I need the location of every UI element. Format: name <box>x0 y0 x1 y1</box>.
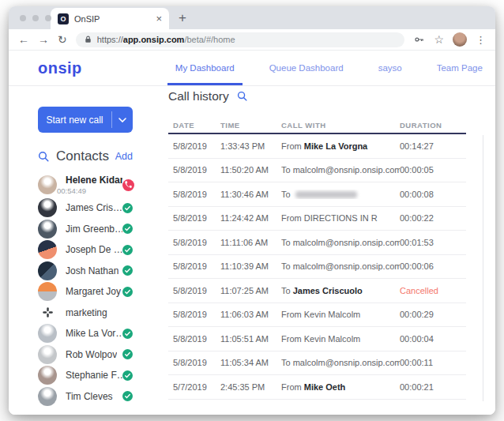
sidebar: Start new call Contacts Add Hel <box>38 86 133 415</box>
available-check-icon <box>122 203 133 213</box>
contact-list-item[interactable]: Josh Nathan <box>38 261 133 282</box>
contact-list-item[interactable]: Helene Kidary00:54:49 <box>38 172 133 197</box>
contact-list-item[interactable]: marketing <box>38 303 133 324</box>
nav-tab-sayso[interactable]: sayso <box>378 63 402 73</box>
call-date: 5/8/2019 <box>173 286 220 295</box>
bookmark-star-icon[interactable]: ☆ <box>434 33 444 46</box>
call-time: 11:05:51 AM <box>220 334 281 344</box>
onsip-logo[interactable]: onsip <box>38 59 82 77</box>
call-with: To malcolm@onsnip.onsip.com <box>281 165 400 175</box>
available-check-icon <box>122 329 133 339</box>
browser-window: O OnSIP × + ← → ↻ https://app.onsip.com/… <box>9 6 495 415</box>
nav-tab-my-dashboard[interactable]: My Dashboard <box>175 63 235 73</box>
contact-list-item[interactable]: Joseph De … <box>38 239 133 261</box>
call-history-row[interactable]: 5/8/2019 11:24:42 AM From DIRECTIONS IN … <box>168 207 466 231</box>
available-check-icon <box>122 224 133 234</box>
chevron-down-icon[interactable] <box>112 107 133 133</box>
call-history-row[interactable]: 5/8/2019 11:05:51 AM From Kevin Malcolm … <box>168 327 466 351</box>
add-contact-button[interactable]: Add <box>115 151 133 162</box>
call-date: 5/7/2019 <box>173 382 220 392</box>
contact-name: Josh Nathan <box>66 265 118 276</box>
call-duration: 00:14:27 <box>400 141 466 151</box>
contact-text: Joseph De … <box>57 244 122 255</box>
call-history-row[interactable]: 5/8/2019 11:06:03 AM From Kevin Malcolm … <box>168 303 466 328</box>
onsip-favicon: O <box>58 13 69 24</box>
call-history-row[interactable]: 5/8/2019 11:05:34 AM To malcolm@onsnip.o… <box>168 351 466 376</box>
call-history-search-icon[interactable] <box>237 91 247 101</box>
contact-name: James Cris… <box>66 202 122 213</box>
call-history-row[interactable]: 5/8/2019 11:50:20 AM To malcolm@onsnip.o… <box>168 159 466 183</box>
call-date: 5/8/2019 <box>173 213 220 223</box>
call-duration: 00:00:08 <box>400 190 466 199</box>
contact-name: Tim Cleves <box>66 391 113 402</box>
col-call-with: CALL WITH <box>281 121 400 130</box>
browser-profile-avatar[interactable] <box>453 32 467 47</box>
call-duration: 00:00:06 <box>400 261 466 271</box>
contact-list-item[interactable]: Stephanie F… <box>38 365 133 386</box>
call-date: 5/8/2019 <box>173 238 220 247</box>
back-icon[interactable]: ← <box>18 34 29 45</box>
redacted-number <box>295 191 357 198</box>
contact-status <box>122 370 133 381</box>
window-close-button[interactable] <box>20 15 26 21</box>
contact-list-item[interactable]: Mike La Vor… <box>38 323 133 344</box>
nav-tab-team-page[interactable]: Team Page <box>437 63 483 73</box>
call-date: 5/8/2019 <box>173 141 220 151</box>
contact-text: Mike La Vor… <box>57 328 122 339</box>
on-call-phone-icon <box>122 179 134 191</box>
contact-list-item[interactable]: Rob Wolpov <box>38 344 133 366</box>
browser-menu-icon[interactable]: ⋮ <box>476 34 486 46</box>
call-duration: 00:00:22 <box>400 213 466 223</box>
start-new-call-button[interactable]: Start new call <box>38 107 133 133</box>
call-date: 5/8/2019 <box>173 310 220 319</box>
contact-avatar <box>38 175 57 194</box>
browser-tab-onsip[interactable]: O OnSIP × <box>51 8 169 29</box>
contact-name: Helene Kidary <box>66 175 122 186</box>
contact-text: Stephanie F… <box>57 370 122 381</box>
call-history-row[interactable]: 5/8/2019 11:10:39 AM To malcolm@onsnip.o… <box>168 255 466 280</box>
call-with: From DIRECTIONS IN R <box>281 213 400 223</box>
call-history-table: DATE TIME CALL WITH DURATION 5/8/2019 1:… <box>168 117 466 400</box>
call-history-row[interactable]: 5/8/2019 11:07:25 AM To James Criscuolo … <box>168 279 466 303</box>
window-zoom-button[interactable] <box>45 15 51 21</box>
call-date: 5/8/2019 <box>173 190 220 199</box>
table-body: 5/8/2019 1:33:43 PM From Mike La Vorgna … <box>168 134 466 400</box>
call-time: 11:11:06 AM <box>220 238 281 247</box>
call-history-row[interactable]: 5/8/2019 11:30:46 AM To 00:00:08 <box>168 182 466 207</box>
contact-avatar <box>38 198 57 217</box>
browser-toolbar: ← → ↻ https://app.onsip.com/beta/#/home … <box>9 29 495 51</box>
call-history-row[interactable]: 5/8/2019 1:33:43 PM From Mike La Vorgna … <box>168 134 466 159</box>
nav-tab-queue-dashboard[interactable]: Queue Dashboard <box>269 63 344 73</box>
contact-list-item[interactable]: James Cris… <box>38 197 133 219</box>
contact-avatar <box>38 366 57 385</box>
call-time: 11:24:42 AM <box>220 213 281 223</box>
contact-list-item[interactable]: Tim Cleves <box>38 386 133 408</box>
tab-close-icon[interactable]: × <box>156 13 162 24</box>
contact-status <box>122 329 133 339</box>
new-tab-button[interactable]: + <box>179 10 186 26</box>
contact-avatar <box>38 345 57 364</box>
table-header-row: DATE TIME CALL WITH DURATION <box>168 117 466 133</box>
call-with: From Mike La Vorgna <box>281 141 400 151</box>
app-header: onsip My DashboardQueue DashboardsaysoTe… <box>9 51 495 86</box>
call-date: 5/8/2019 <box>173 165 220 175</box>
call-history-row[interactable]: 5/8/2019 11:11:06 AM To malcolm@onsnip.o… <box>168 231 466 255</box>
contact-name: Jim Greenb… <box>66 224 122 235</box>
call-time: 11:50:20 AM <box>220 165 281 175</box>
key-icon[interactable] <box>413 34 425 45</box>
refresh-icon[interactable]: ↻ <box>58 34 67 45</box>
contact-status <box>122 224 133 234</box>
contact-name: Joseph De … <box>66 244 122 255</box>
call-history-row[interactable]: 5/7/2019 2:45:35 PM From Mike Oeth 00:00… <box>168 375 466 400</box>
contact-list-item[interactable]: Margaret Joy <box>38 281 133 303</box>
contact-list-item[interactable]: Jim Greenb… <box>38 219 133 240</box>
start-new-call-label: Start new call <box>38 107 111 133</box>
url-bar[interactable]: https://app.onsip.com/beta/#/home <box>76 32 405 47</box>
window-minimize-button[interactable] <box>32 15 39 21</box>
col-date: DATE <box>173 121 220 130</box>
available-check-icon <box>122 391 133 401</box>
forward-icon[interactable]: → <box>38 34 49 45</box>
contacts-search-icon[interactable] <box>38 151 49 162</box>
call-duration: 00:00:21 <box>400 382 466 392</box>
contact-name: Stephanie F… <box>66 370 122 381</box>
